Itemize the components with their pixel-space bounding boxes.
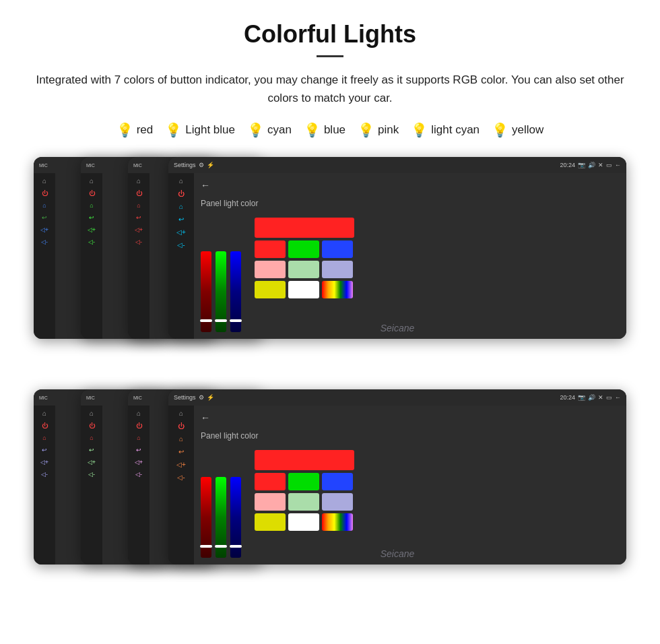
swatch-lightgreen[interactable] xyxy=(288,261,319,278)
red-slider-indicator xyxy=(200,319,212,322)
topbar-camera-icon: 📷 xyxy=(578,162,585,168)
red-slider-b[interactable] xyxy=(201,477,211,558)
vol2-b3: ◁- xyxy=(135,471,142,478)
swatch-white[interactable] xyxy=(288,281,319,298)
home2-icon-main: ⌂ xyxy=(179,203,183,210)
vol2-icon-3: ◁- xyxy=(135,238,142,245)
green-slider[interactable] xyxy=(216,251,226,332)
swatch-green[interactable] xyxy=(288,240,319,258)
swatch-full-red[interactable] xyxy=(255,218,354,238)
home-icon-bmain: ⌂ xyxy=(179,410,183,417)
topbar-settings-icon-b: ⚙ xyxy=(199,394,204,401)
swatch-blue-b[interactable] xyxy=(322,473,353,490)
swatch-red-b[interactable] xyxy=(255,473,286,490)
settings-back-btn[interactable]: ← xyxy=(201,180,210,191)
swatch-rainbow[interactable] xyxy=(322,281,353,298)
pink-bulb-icon: 💡 xyxy=(358,122,374,138)
power-icon-2: ⏻ xyxy=(89,190,95,197)
panel-label-b: Panel light color xyxy=(201,431,620,441)
color-label-red: red xyxy=(137,123,154,137)
home2-b3: ⌂ xyxy=(137,434,140,441)
swatch-green-b[interactable] xyxy=(288,473,319,490)
topbar-time-b: 20:24 xyxy=(560,394,575,401)
page-container: Colorful Lights Integrated with 7 colors… xyxy=(0,0,660,644)
swatch-lightblue-b[interactable] xyxy=(322,493,353,511)
swatch-lightblue[interactable] xyxy=(322,261,353,278)
color-item-cyan: 💡 cyan xyxy=(247,122,292,138)
swatch-full-red-b[interactable] xyxy=(255,450,354,470)
power-b1: ⏻ xyxy=(42,422,48,429)
color-label-pink: pink xyxy=(378,123,399,137)
power-icon-1: ⏻ xyxy=(42,190,48,197)
topbar-settings-label: Settings xyxy=(174,162,196,168)
vol2-b2: ◁- xyxy=(88,471,95,478)
topbar-rect-icon-b: ▭ xyxy=(606,394,612,401)
settings-back-btn-b[interactable]: ← xyxy=(201,412,210,423)
home-icon-b2: ⌂ xyxy=(90,410,94,417)
top-screen-main: Settings ⚙ ⚡ 20:24 📷 🔊 ✕ ▭ ← xyxy=(168,157,626,339)
vol2-icon-1: ◁- xyxy=(41,238,48,245)
topbar-rect-icon: ▭ xyxy=(606,162,612,168)
mic-label-b1: MIC xyxy=(39,395,48,400)
swatch-white-b[interactable] xyxy=(288,513,319,531)
topbar-settings-icon: ⚙ xyxy=(199,162,204,168)
top-device-group: MIC RST ⌂ ⏻ ⌂ ↩ ◁+ ◁- ← xyxy=(27,157,633,366)
topbar-vol-icon: 🔊 xyxy=(588,162,595,168)
topbar-mic-label-2: MIC xyxy=(86,163,95,168)
page-title: Colorful Lights xyxy=(27,20,633,49)
swatch-blue[interactable] xyxy=(322,240,353,258)
back-b1: ↩ xyxy=(42,447,47,453)
topbar-plug-icon-b: ⚡ xyxy=(207,394,214,401)
swatch-pink[interactable] xyxy=(255,261,286,278)
home2-b1: ⌂ xyxy=(42,434,46,441)
topbar-x-icon-b: ✕ xyxy=(598,394,603,401)
home-icon-b3: ⌂ xyxy=(137,410,141,417)
green-slider-b[interactable] xyxy=(216,477,226,558)
mic-label-b3: MIC xyxy=(133,395,142,400)
lightblue-bulb-icon: 💡 xyxy=(165,122,182,138)
home2-icon-bmain: ⌂ xyxy=(179,435,183,443)
back-icon-1: ↩ xyxy=(42,214,47,221)
color-item-yellow: 💡 yellow xyxy=(492,122,543,138)
red-slider[interactable] xyxy=(201,251,211,332)
sliders-section xyxy=(201,218,241,332)
color-label-lightblue: Light blue xyxy=(185,123,235,137)
yellow-bulb-icon: 💡 xyxy=(492,122,508,138)
color-item-red: 💡 red xyxy=(117,122,154,138)
home-icon-b1: ⌂ xyxy=(42,410,46,417)
blue-slider-b[interactable] xyxy=(230,477,241,558)
swatch-rainbow-b[interactable] xyxy=(322,513,353,531)
home-icon-1: ⌂ xyxy=(42,177,46,185)
cyan-bulb-icon: 💡 xyxy=(247,122,264,138)
lightcyan-bulb-icon: 💡 xyxy=(411,122,428,138)
swatch-yellow[interactable] xyxy=(255,281,286,298)
topbar-main: Settings ⚙ ⚡ 20:24 📷 🔊 ✕ ▭ ← xyxy=(168,157,626,173)
back-icon-3: ↩ xyxy=(136,214,141,221)
swatch-red[interactable] xyxy=(255,240,286,258)
home-icon-2: ⌂ xyxy=(90,177,94,185)
color-item-lightblue: 💡 Light blue xyxy=(165,122,235,138)
color-label-blue: blue xyxy=(324,123,345,137)
swatch-pink-b[interactable] xyxy=(255,493,286,511)
blue-slider[interactable] xyxy=(230,251,241,332)
settings-header-b: ← xyxy=(201,412,620,423)
home2-icon-1: ⌂ xyxy=(42,202,46,209)
settings-body-b xyxy=(201,450,620,558)
topbar-bmain: Settings ⚙ ⚡ 20:24 📷 🔊 ✕ ▭ ← xyxy=(168,389,626,406)
color-item-pink: 💡 pink xyxy=(358,122,399,138)
description: Integrated with 7 colors of button indic… xyxy=(34,71,626,107)
panel-label: Panel light color xyxy=(201,199,620,208)
back-b2: ↩ xyxy=(89,447,94,453)
blue-bulb-icon: 💡 xyxy=(304,122,321,138)
topbar-back-icon: ← xyxy=(615,162,621,168)
mic-label-b2: MIC xyxy=(86,395,95,400)
power-icon-3: ⏻ xyxy=(136,190,142,197)
swatch-yellow-b[interactable] xyxy=(255,513,286,531)
green-slider-indicator-b xyxy=(215,545,227,548)
power-b2: ⏻ xyxy=(89,422,95,429)
home2-b2: ⌂ xyxy=(90,434,93,441)
home-icon-main: ⌂ xyxy=(179,177,183,185)
vol-b3: ◁+ xyxy=(135,459,143,465)
topbar-mic-label: MIC xyxy=(39,163,48,168)
swatch-lightgreen-b[interactable] xyxy=(288,493,319,511)
